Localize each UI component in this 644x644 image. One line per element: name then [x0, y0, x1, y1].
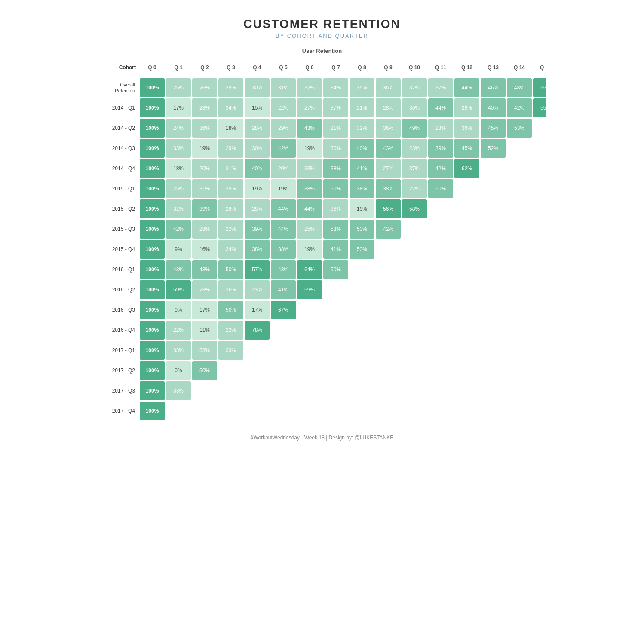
cohort-label-5: 2015 - Q1 [100, 179, 138, 198]
cell-r7-c9: 42% [376, 220, 401, 239]
cohort-label-8: 2015 - Q4 [100, 240, 138, 259]
table-row: 2014 - Q4100%18%20%31%40%20%33%38%41%27%… [100, 159, 546, 178]
cell-r0-c0: 100% [140, 78, 165, 97]
quarter-header-4: Q 4 [245, 58, 270, 77]
cell-r4-c0: 100% [140, 159, 165, 178]
cell-r1-c8: 21% [350, 98, 374, 117]
cell-r12-c6 [297, 321, 322, 340]
table-row: 2014 - Q3100%33%19%29%30%42%19%30%40%43%… [100, 139, 546, 158]
cell-r0-c1: 25% [166, 78, 191, 97]
cell-r15-c8 [350, 381, 374, 400]
cell-r0-c9: 36% [376, 78, 401, 97]
cell-r10-c6: 59% [297, 280, 322, 299]
cell-r1-c5: 22% [271, 98, 296, 117]
cell-r13-c8 [350, 341, 374, 360]
cell-r14-c1: 0% [166, 361, 191, 380]
cell-r7-c10 [402, 220, 427, 239]
title-section: CUSTOMER RETENTION BY COHORT AND QUARTER [98, 17, 546, 39]
cell-r12-c5 [271, 321, 296, 340]
cell-r13-c4 [245, 341, 270, 360]
cell-r0-c4: 30% [245, 78, 270, 97]
cell-r10-c1: 59% [166, 280, 191, 299]
cell-r9-c8 [350, 260, 374, 279]
cell-r14-c2: 50% [192, 361, 217, 380]
cell-r9-c7: 50% [323, 260, 348, 279]
cell-r6-c5: 44% [271, 199, 296, 218]
cell-r11-c11 [428, 301, 453, 319]
cell-r0-c8: 35% [350, 78, 374, 97]
cell-r2-c2: 36% [192, 119, 217, 138]
cell-r7-c13 [481, 220, 506, 239]
cell-r8-c12 [454, 240, 479, 259]
cell-r5-c0: 100% [140, 179, 165, 198]
cell-r3-c5: 42% [271, 139, 296, 158]
cell-r8-c1: 9% [166, 240, 191, 259]
cell-r15-c12 [454, 381, 479, 400]
cell-r10-c5: 41% [271, 280, 296, 299]
cell-r2-c8: 32% [350, 119, 374, 138]
cell-r2-c7: 21% [323, 119, 348, 138]
cell-r3-c3: 29% [218, 139, 243, 158]
cell-r6-c15 [533, 199, 546, 218]
cohort-label-1: 2014 - Q1 [100, 98, 138, 117]
cell-r8-c10 [402, 240, 427, 259]
cell-r14-c11 [428, 361, 453, 380]
cell-r2-c4: 28% [245, 119, 270, 138]
cohort-label-11: 2016 - Q3 [100, 301, 138, 319]
cell-r5-c1: 25% [166, 179, 191, 198]
cell-r16-c3 [218, 402, 243, 420]
cell-r15-c9 [376, 381, 401, 400]
cell-r9-c0: 100% [140, 260, 165, 279]
table-row: 2016 - Q2100%59%23%36%23%41%59% [100, 280, 546, 299]
cohort-label-3: 2014 - Q3 [100, 139, 138, 158]
cohort-label-0: OverallRetention [100, 78, 138, 97]
cell-r14-c14 [507, 361, 532, 380]
cell-r11-c13 [481, 301, 506, 319]
cell-r15-c10 [402, 381, 427, 400]
cell-r6-c2: 39% [192, 199, 217, 218]
cell-r7-c0: 100% [140, 220, 165, 239]
cohort-label-14: 2017 - Q2 [100, 361, 138, 380]
cell-r4-c3: 31% [218, 159, 243, 178]
cell-r11-c0: 100% [140, 301, 165, 319]
cell-r2-c10: 49% [402, 119, 427, 138]
cell-r1-c15: 55% [533, 98, 546, 117]
cell-r6-c11 [428, 199, 453, 218]
cell-r14-c4 [245, 361, 270, 380]
cell-r12-c12 [454, 321, 479, 340]
cell-r1-c4: 15% [245, 98, 270, 117]
cell-r13-c0: 100% [140, 341, 165, 360]
cell-r9-c2: 43% [192, 260, 217, 279]
cell-r1-c0: 100% [140, 98, 165, 117]
cell-r13-c3: 33% [218, 341, 243, 360]
cell-r12-c15 [533, 321, 546, 340]
cell-r4-c6: 33% [297, 159, 322, 178]
cell-r16-c14 [507, 402, 532, 420]
cell-r15-c15 [533, 381, 546, 400]
cell-r6-c0: 100% [140, 199, 165, 218]
cell-r1-c6: 27% [297, 98, 322, 117]
table-row: OverallRetention100%25%26%28%30%31%32%34… [100, 78, 546, 97]
cell-r5-c15 [533, 179, 546, 198]
cell-r15-c11 [428, 381, 453, 400]
cell-r14-c5 [271, 361, 296, 380]
cell-r3-c15 [533, 139, 546, 158]
table-row: 2017 - Q2100%0%50% [100, 361, 546, 380]
cell-r15-c2 [192, 381, 217, 400]
quarter-header-2: Q 2 [192, 58, 217, 77]
cell-r4-c8: 41% [350, 159, 374, 178]
cell-r9-c6: 64% [297, 260, 322, 279]
cell-r0-c13: 46% [481, 78, 506, 97]
cell-r5-c13 [481, 179, 506, 198]
cell-r4-c1: 18% [166, 159, 191, 178]
cell-r2-c6: 43% [297, 119, 322, 138]
cell-r5-c9: 38% [376, 179, 401, 198]
quarter-header-13: Q 13 [481, 58, 506, 77]
quarter-header-15: Q 15 [533, 58, 546, 77]
cell-r9-c15 [533, 260, 546, 279]
cell-r14-c6 [297, 361, 322, 380]
cell-r8-c7: 41% [323, 240, 348, 259]
cell-r8-c15 [533, 240, 546, 259]
cell-r0-c7: 34% [323, 78, 348, 97]
cell-r11-c8 [350, 301, 374, 319]
